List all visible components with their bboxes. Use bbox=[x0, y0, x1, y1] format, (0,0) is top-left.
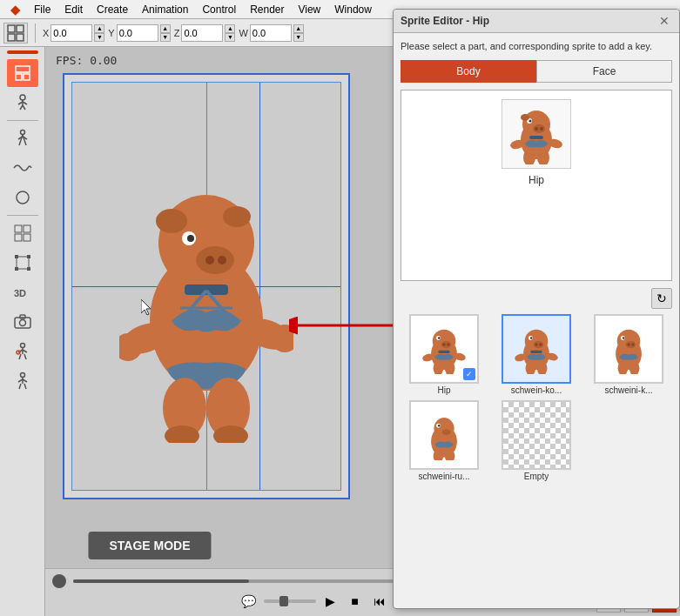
svg-point-20 bbox=[17, 191, 29, 204]
x-up[interactable]: ▲ bbox=[94, 24, 104, 33]
refresh-btn[interactable]: ↻ bbox=[651, 288, 672, 309]
tab-body[interactable]: Body bbox=[401, 60, 536, 83]
svg-rect-3 bbox=[17, 34, 24, 41]
3d-tool-btn[interactable]: 3D bbox=[7, 278, 38, 306]
volume-thumb bbox=[279, 596, 288, 606]
menu-render[interactable]: Render bbox=[243, 0, 291, 19]
volume-slider[interactable] bbox=[264, 599, 316, 603]
sprite-item-hip[interactable]: Hip bbox=[401, 314, 488, 395]
play-btn[interactable]: ▶ bbox=[321, 592, 340, 611]
sprite-item-schwein-ko[interactable]: schwein-ko... bbox=[493, 314, 580, 395]
menu-edit[interactable]: Edit bbox=[57, 0, 90, 19]
svg-rect-6 bbox=[24, 74, 30, 80]
stage-mode-button[interactable]: STAGE MODE bbox=[88, 532, 211, 559]
svg-point-32 bbox=[19, 320, 25, 326]
svg-point-117 bbox=[434, 418, 454, 440]
svg-point-111 bbox=[631, 344, 634, 346]
y-up[interactable]: ▲ bbox=[160, 24, 171, 33]
menu-app-icon[interactable]: ◆ bbox=[3, 0, 27, 19]
camera-tool-btn[interactable] bbox=[7, 308, 38, 336]
prev-btn[interactable]: ⏮ bbox=[370, 592, 389, 611]
menu-control[interactable]: Control bbox=[195, 0, 243, 19]
bottom-tool-btn[interactable] bbox=[7, 367, 38, 395]
z-input[interactable] bbox=[181, 24, 223, 42]
y-spinner[interactable]: ▲ ▼ bbox=[160, 24, 171, 42]
svg-rect-26 bbox=[15, 255, 18, 258]
svg-line-11 bbox=[20, 105, 23, 110]
sprite-item-schweini-k[interactable]: schweini-k... bbox=[585, 314, 672, 395]
sprite-item-empty[interactable]: Empty bbox=[493, 400, 580, 481]
y-down[interactable]: ▼ bbox=[160, 33, 171, 42]
svg-rect-24 bbox=[24, 234, 30, 241]
wave-tool-btn[interactable] bbox=[7, 154, 38, 182]
chat-btn[interactable]: 💬 bbox=[239, 592, 259, 611]
svg-rect-28 bbox=[15, 267, 18, 271]
tab-face[interactable]: Face bbox=[536, 60, 672, 83]
circle-tool-btn[interactable] bbox=[7, 184, 38, 211]
scene-tool-btn[interactable] bbox=[7, 338, 38, 365]
sprite-name-schwein-ko: schwein-ko... bbox=[511, 385, 562, 395]
svg-point-54 bbox=[156, 209, 187, 233]
svg-point-7 bbox=[20, 95, 25, 100]
y-input[interactable] bbox=[117, 24, 158, 42]
svg-rect-25 bbox=[17, 257, 29, 269]
menu-animation[interactable]: Animation bbox=[135, 0, 195, 19]
x-input[interactable] bbox=[50, 24, 92, 42]
w-up[interactable]: ▲ bbox=[293, 24, 304, 33]
sprite-img-schweini-ru bbox=[422, 410, 466, 460]
character-svg bbox=[119, 130, 293, 443]
w-input[interactable] bbox=[250, 24, 292, 42]
x-spinner[interactable]: ▲ ▼ bbox=[94, 24, 104, 42]
sprite-thumb-empty bbox=[502, 400, 571, 470]
svg-line-38 bbox=[19, 354, 21, 359]
sprite-grid: Hip bbox=[401, 314, 672, 481]
z-up[interactable]: ▲ bbox=[225, 24, 235, 33]
svg-line-16 bbox=[19, 140, 21, 145]
stage-canvas bbox=[63, 73, 350, 499]
svg-rect-29 bbox=[27, 267, 30, 271]
left-toolbar: 3D bbox=[0, 47, 45, 616]
svg-point-13 bbox=[20, 131, 24, 135]
menu-file[interactable]: File bbox=[27, 0, 57, 19]
z-down[interactable]: ▼ bbox=[225, 33, 235, 42]
w-down[interactable]: ▼ bbox=[293, 33, 304, 42]
svg-point-49 bbox=[196, 246, 234, 274]
select-tool-btn[interactable] bbox=[7, 59, 38, 87]
svg-point-41 bbox=[20, 373, 24, 378]
transform-tool-btn[interactable] bbox=[7, 249, 38, 277]
sprite-item-schweini-ru[interactable]: schweini-ru... bbox=[401, 400, 488, 481]
menu-view[interactable]: View bbox=[291, 0, 327, 19]
menu-window[interactable]: Window bbox=[327, 0, 379, 19]
z-spinner[interactable]: ▲ ▼ bbox=[225, 24, 235, 42]
svg-rect-0 bbox=[8, 25, 15, 32]
svg-point-87 bbox=[447, 344, 449, 346]
svg-line-46 bbox=[24, 384, 26, 389]
refresh-btn-row: ↻ bbox=[401, 288, 672, 309]
selected-sprite-area: Hip bbox=[401, 90, 672, 281]
active-indicator bbox=[7, 50, 38, 54]
stop-btn[interactable]: ■ bbox=[346, 592, 365, 611]
sprite-thumb-hip bbox=[409, 314, 479, 384]
x-down[interactable]: ▼ bbox=[94, 33, 104, 42]
menu-create[interactable]: Create bbox=[90, 0, 135, 19]
timeline-thumb[interactable] bbox=[52, 574, 66, 588]
sprite-thumb-schweini-ru bbox=[409, 400, 479, 470]
grid-toggle-btn[interactable] bbox=[3, 23, 28, 44]
svg-rect-23 bbox=[15, 234, 22, 241]
svg-point-55 bbox=[223, 206, 251, 227]
svg-point-53 bbox=[187, 235, 194, 242]
sprite-thumb-schweini-k bbox=[594, 314, 663, 384]
svg-rect-5 bbox=[16, 74, 22, 80]
svg-point-74 bbox=[540, 127, 543, 131]
sprite-name-empty: Empty bbox=[524, 472, 549, 481]
selected-sprite-image bbox=[510, 104, 562, 164]
svg-point-73 bbox=[535, 127, 538, 131]
rig-tool-btn[interactable] bbox=[7, 89, 38, 117]
pose-tool-btn[interactable] bbox=[7, 124, 38, 152]
grid-tool-btn[interactable] bbox=[7, 219, 38, 247]
left-sep-1 bbox=[7, 120, 38, 121]
svg-rect-22 bbox=[24, 225, 30, 232]
w-spinner[interactable]: ▲ ▼ bbox=[293, 24, 304, 42]
timeline-progress bbox=[73, 579, 249, 583]
w-input-group: W ▲ ▼ bbox=[239, 24, 303, 42]
